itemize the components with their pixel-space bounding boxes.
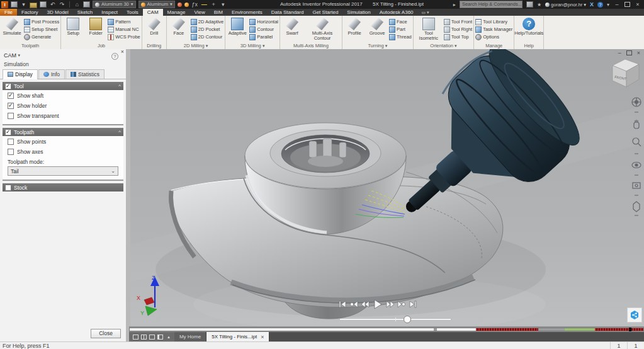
tool-top-button[interactable]: Tool Top (444, 33, 472, 40)
options-button[interactable]: Options (475, 33, 512, 40)
2d-contour-button[interactable]: 2D Contour (191, 33, 223, 40)
collapse-tabs-icon[interactable]: ▲ (167, 335, 171, 339)
inventor-logo-icon[interactable]: I (1, 1, 8, 8)
show-shaft-checkbox[interactable] (8, 93, 14, 99)
pan-hand-icon[interactable] (634, 122, 639, 129)
tab-environments[interactable]: Environments (227, 9, 267, 16)
tab-3d-model[interactable]: 3D Model (43, 9, 73, 16)
doc-minimize-icon[interactable]: – (618, 50, 621, 56)
tool-library-button[interactable]: Tool Library (475, 18, 512, 25)
color-icon[interactable] (184, 3, 189, 7)
tab-tools[interactable]: Tools (122, 9, 143, 16)
collapse-icon[interactable]: ^ (118, 129, 121, 135)
tab-active-document[interactable]: 5X Tilting - Finis...ipt × (206, 332, 269, 341)
group-label-job[interactable]: Job (62, 42, 140, 49)
caret-down-icon[interactable]: ▾ (20, 1, 27, 8)
line-color-icon[interactable]: — (201, 1, 208, 8)
tab-file[interactable]: File (0, 9, 17, 16)
timeline-segment-red[interactable] (476, 328, 538, 331)
panel-close-icon[interactable]: × (121, 49, 124, 55)
skip-end-button[interactable] (409, 300, 417, 309)
group-label-orientation[interactable]: Orientation ▾ (415, 42, 472, 49)
keyboard-icon[interactable] (526, 1, 533, 8)
setup-button[interactable]: Setup (62, 16, 84, 36)
user-account[interactable]: goran@pnor.hr ▾ (545, 2, 586, 8)
tool-section-checkbox[interactable] (5, 83, 11, 89)
simulation-progress-slider[interactable] (340, 317, 451, 322)
ribbon-minimize-icon[interactable]: ▭ ▾ (422, 9, 429, 16)
group-label-3d-milling[interactable]: 3D Milling ▾ (227, 42, 278, 49)
tool-right-button[interactable]: Tool Right (444, 26, 472, 33)
group-label-2d-milling[interactable]: 2D Milling ▾ (168, 42, 223, 49)
new-file-icon[interactable] (11, 1, 18, 8)
tab-close-icon[interactable]: × (261, 334, 264, 340)
profile-button[interactable]: Profile (344, 16, 365, 36)
group-label-help[interactable]: Help (516, 42, 542, 49)
setup-sheet-button[interactable]: Setup Sheet (24, 26, 59, 33)
group-label-multi-axis[interactable]: Multi-Axis Milling (281, 42, 341, 49)
contour-button[interactable]: Contour (249, 26, 278, 33)
wcs-probe-button[interactable]: WCS Probe (108, 33, 140, 40)
caret-down-icon[interactable]: ▾ (607, 2, 609, 8)
tab-info[interactable]: Info (38, 69, 65, 79)
task-manager-button[interactable]: Task Manager (475, 26, 512, 33)
previous-operation-button[interactable] (349, 300, 358, 309)
window-close-button[interactable]: × (634, 1, 641, 8)
open-icon[interactable] (30, 3, 37, 8)
show-points-checkbox[interactable] (8, 139, 14, 145)
post-process-button[interactable]: Post Process (24, 18, 59, 25)
close-button[interactable]: Close (91, 329, 121, 338)
tab-get-started[interactable]: Get Started (308, 9, 342, 16)
manual-nc-button[interactable]: Manual NC (108, 26, 140, 33)
play-button[interactable] (372, 299, 383, 310)
tab-cam[interactable]: CAM (143, 9, 163, 16)
favorites-star-icon[interactable]: ★ (537, 2, 541, 8)
folder-button[interactable]: Folder (85, 16, 106, 36)
timeline-segment-white[interactable] (437, 328, 476, 331)
help-icon[interactable]: ? (597, 2, 603, 8)
stock-section-header[interactable]: Stock (3, 183, 123, 192)
simulate-button[interactable]: Simulate (1, 16, 23, 36)
step-forward-button[interactable] (386, 300, 395, 309)
adaptive-button[interactable]: Adaptive (227, 16, 248, 36)
timeline-segment-gray[interactable] (538, 328, 565, 331)
2d-adaptive-button[interactable]: 2D Adaptive (191, 18, 223, 25)
help-tutorials-button[interactable]: ? Help/Tutorials (516, 16, 542, 36)
tab-my-home[interactable]: My Home (174, 332, 206, 341)
2d-pocket-button[interactable]: 2D Pocket (191, 26, 223, 33)
horizontal-button[interactable]: Horizontal (249, 18, 278, 25)
parallel-button[interactable]: Parallel (249, 33, 278, 40)
tab-display[interactable]: Display (3, 69, 38, 79)
tab-bim[interactable]: BIM (210, 9, 227, 16)
search-input[interactable]: Search Help & Commands... (460, 1, 523, 8)
group-label-drilling[interactable]: Drilling (144, 42, 165, 49)
undo-icon[interactable]: ↶ (49, 1, 56, 8)
doc-restore-icon[interactable] (626, 50, 632, 55)
layout-side-panel-icon[interactable] (157, 335, 163, 340)
save-icon[interactable] (40, 1, 47, 8)
tool-front-button[interactable]: Tool Front (444, 18, 472, 25)
timeline-position-marker[interactable] (629, 328, 631, 331)
look-at-icon[interactable] (633, 183, 640, 188)
turning-part-button[interactable]: Part (389, 26, 412, 33)
generate-button[interactable]: Generate (24, 33, 59, 40)
view-face-icon[interactable] (633, 202, 640, 212)
model-viewport[interactable]: Z X Y FRONT – × (130, 49, 644, 326)
tab-autodesk-a360[interactable]: Autodesk A360 (375, 9, 418, 16)
group-label-manage[interactable]: Manage (475, 42, 512, 49)
tab-data-standard[interactable]: Data Standard (267, 9, 308, 16)
layout-vertical-split-icon[interactable] (141, 335, 147, 340)
timeline-segment-green[interactable] (565, 328, 595, 331)
layout-horizontal-split-icon[interactable] (149, 335, 155, 340)
appearance-dropdown[interactable]: Aluminum ▾ (138, 1, 175, 8)
window-minimize-button[interactable]: – (613, 1, 621, 8)
toolpath-mode-select[interactable]: Tail ⌄ (8, 166, 118, 176)
pattern-button[interactable]: Pattern (108, 18, 140, 25)
show-holder-checkbox[interactable] (8, 103, 14, 109)
stock-section-checkbox[interactable] (5, 185, 11, 191)
timeline-segment-white[interactable] (130, 328, 434, 331)
toolpath-section-checkbox[interactable] (5, 129, 11, 135)
add-command-icon[interactable]: + (210, 1, 217, 8)
exchange-apps-icon[interactable]: X (590, 1, 594, 8)
face-button[interactable]: Face (168, 16, 189, 36)
